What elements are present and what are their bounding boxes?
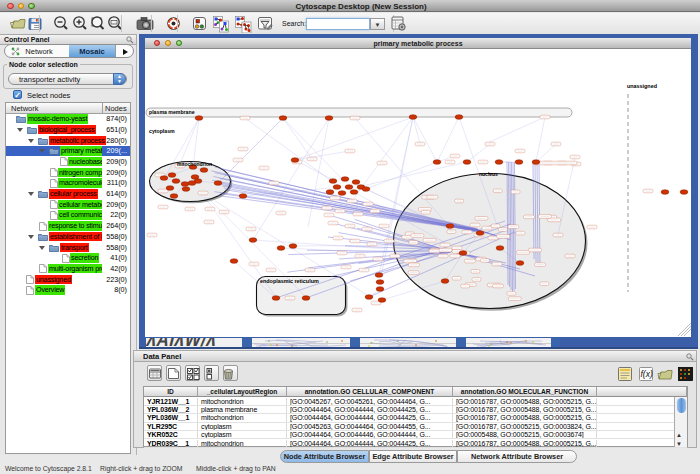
svg-text:cytoplasm: cytoplasm [149,128,175,134]
svg-text:unassigned: unassigned [627,83,657,89]
svg-text:endoplasmic reticulum: endoplasmic reticulum [260,277,319,283]
svg-text:f(x): f(x) [641,369,653,379]
svg-text:plasma membrane: plasma membrane [149,108,195,114]
svg-text:nucleus: nucleus [479,170,498,176]
svg-text:mitochondrion: mitochondrion [177,160,212,166]
